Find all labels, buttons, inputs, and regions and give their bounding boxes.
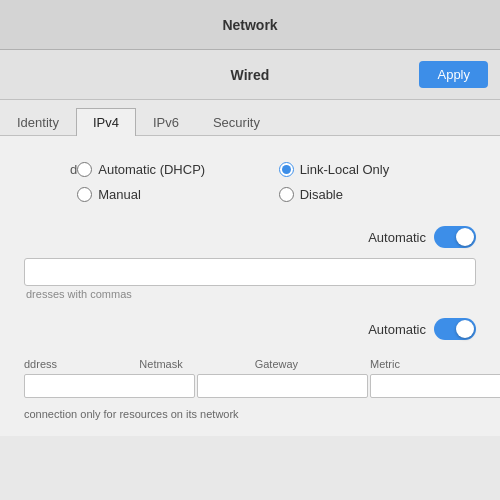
tab-ipv4[interactable]: IPv4 xyxy=(76,108,136,136)
table-headers: ddress Netmask Gateway Metric xyxy=(24,354,476,374)
radio-link-local-label: Link-Local Only xyxy=(300,162,390,177)
address-input[interactable] xyxy=(24,374,195,398)
col-action xyxy=(450,358,476,370)
radio-link-local-input[interactable] xyxy=(279,162,294,177)
radio-col-right: Link-Local Only Disable xyxy=(279,162,480,202)
connection-label: Wired xyxy=(171,67,330,83)
dns-input-wrap xyxy=(12,258,488,286)
routes-toggle-row: Automatic xyxy=(12,308,488,350)
title-bar: Network xyxy=(0,0,500,50)
apply-button[interactable]: Apply xyxy=(419,61,488,88)
radio-manual-label: Manual xyxy=(98,187,141,202)
radio-col-left: Automatic (DHCP) Manual xyxy=(77,162,278,202)
radio-disable[interactable]: Disable xyxy=(279,187,480,202)
dns-input[interactable] xyxy=(24,258,476,286)
radio-dhcp-label: Automatic (DHCP) xyxy=(98,162,205,177)
radio-manual-input[interactable] xyxy=(77,187,92,202)
table-row: ✕ xyxy=(24,374,476,398)
tab-security[interactable]: Security xyxy=(196,108,277,136)
routes-toggle-label: Automatic xyxy=(368,322,426,337)
radio-disable-input[interactable] xyxy=(279,187,294,202)
header-row: Wired Apply xyxy=(0,50,500,100)
ipv4-content: d Automatic (DHCP) Manual Link-Local Onl… xyxy=(0,136,500,436)
gateway-input[interactable] xyxy=(370,374,500,398)
col-netmask: Netmask xyxy=(139,358,254,370)
tab-ipv6[interactable]: IPv6 xyxy=(136,108,196,136)
radio-dhcp[interactable]: Automatic (DHCP) xyxy=(77,162,278,177)
netmask-input[interactable] xyxy=(197,374,368,398)
radio-manual[interactable]: Manual xyxy=(77,187,278,202)
col-metric: Metric xyxy=(370,358,450,370)
dns-placeholder-hint: dresses with commas xyxy=(12,286,488,302)
radio-link-local[interactable]: Link-Local Only xyxy=(279,162,480,177)
radio-dhcp-input[interactable] xyxy=(77,162,92,177)
routes-table: ddress Netmask Gateway Metric ✕ xyxy=(12,354,488,398)
col-address: ddress xyxy=(24,358,139,370)
dns-toggle-label: Automatic xyxy=(368,230,426,245)
col-gateway: Gateway xyxy=(255,358,370,370)
footer-text: connection only for resources on its net… xyxy=(12,398,488,424)
routes-toggle[interactable] xyxy=(434,318,476,340)
dns-toggle[interactable] xyxy=(434,226,476,248)
radio-disable-label: Disable xyxy=(300,187,343,202)
window-title: Network xyxy=(222,17,277,33)
radio-group: d Automatic (DHCP) Manual Link-Local Onl… xyxy=(12,152,488,212)
section-label: d xyxy=(62,162,77,202)
dns-toggle-row: Automatic xyxy=(12,216,488,258)
tabs-row: Identity IPv4 IPv6 Security xyxy=(0,100,500,136)
tab-identity[interactable]: Identity xyxy=(0,108,76,136)
